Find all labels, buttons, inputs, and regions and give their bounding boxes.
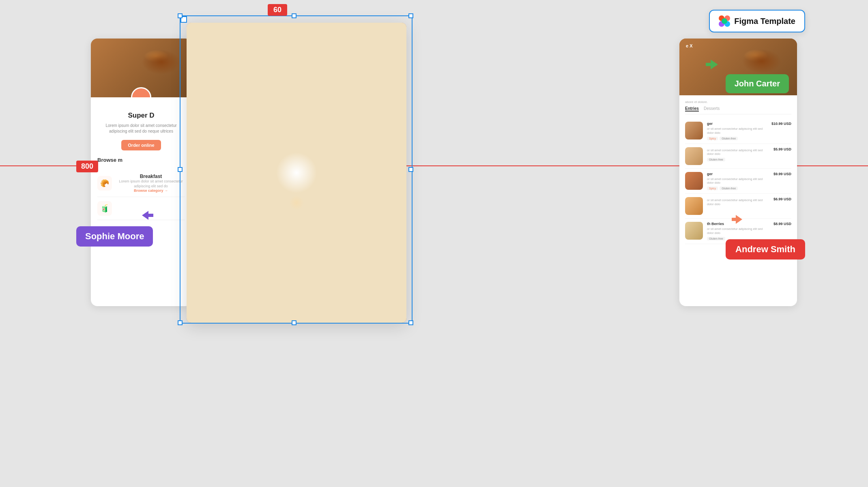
left-panel-header — [91, 39, 191, 97]
menu-item-img-3 — [685, 172, 703, 190]
figma-template-badge[interactable]: Figma Template — [709, 10, 805, 32]
founders-image — [196, 270, 233, 306]
svg-marker-7 — [732, 215, 742, 224]
tag-spicy-3: Spicy — [707, 187, 718, 190]
menu-item-price-1: $10.99 USD — [771, 122, 791, 126]
category-item-drinks: 🧃 — [97, 197, 185, 220]
category-item-breakfast: 🥐 Breakfast Lorem ipsum dolor sit amet c… — [97, 169, 185, 197]
founders-photo — [196, 270, 233, 306]
menu-item-price-5: $8.99 USD — [773, 222, 791, 226]
tag-gluten-2: Gluten-free — [707, 158, 725, 161]
menu-item-info-2: or sit amet consectetur adipiscing elit … — [707, 147, 769, 162]
menu-item-tags-1: Spicy Gluten-free — [707, 137, 767, 140]
tab-entries[interactable]: Entries — [685, 106, 699, 112]
center-phone: 🍽 QR Code X Our story started in San Fra… — [187, 23, 406, 323]
svg-marker-6 — [142, 211, 153, 220]
menu-item-name-1: ger — [707, 122, 767, 126]
menu-item-desc-1: or sit amet consectetur adipiscing elit … — [707, 127, 767, 135]
badge-sophie-moore: Sophie Moore — [76, 226, 153, 247]
svg-marker-5 — [706, 60, 718, 69]
category-name: Breakfast — [117, 174, 185, 179]
badge-john-carter: John Carter — [726, 74, 789, 93]
menu-item-tags-2: Gluten-free — [707, 158, 769, 161]
handle-corner-br[interactable] — [408, 320, 413, 325]
tag-spicy-1: Spicy — [707, 137, 718, 140]
handle-corner-tl[interactable] — [178, 13, 183, 18]
handle-mid-top[interactable] — [292, 13, 296, 18]
menu-item-3: ger or sit amet consectetur adipiscing e… — [685, 169, 791, 194]
menu-item-name-3: ger — [707, 172, 769, 176]
handle-corner-bl[interactable] — [178, 320, 183, 325]
badge-andrew-smith: Andrew Smith — [726, 239, 805, 260]
menu-item-img-4 — [685, 197, 703, 215]
menu-item-desc-2: or sit amet consectetur adipiscing elit … — [707, 148, 769, 157]
handle-mid-left[interactable] — [178, 167, 183, 172]
category-icon-drinks: 🧃 — [97, 201, 112, 216]
figma-icon — [719, 15, 730, 27]
right-panel-logo-text: e X — [686, 43, 693, 48]
left-panel-browse-label: Browse m — [97, 157, 185, 163]
founders-section: How our founders met Lorem ipsum dolor s… — [187, 260, 406, 316]
handle-corner-tr[interactable] — [408, 13, 413, 18]
menu-item-price-4: $6.99 USD — [773, 197, 791, 201]
figma-template-text: Figma Template — [734, 17, 795, 26]
handle-mid-right[interactable] — [408, 167, 413, 172]
svg-point-4 — [722, 18, 727, 24]
tag-gluten-5: Gluten-free — [707, 237, 725, 240]
category-link[interactable]: Browse category → — [117, 189, 185, 193]
menu-item-price-3: $9.99 USD — [773, 172, 791, 176]
menu-item-price-2: $5.99 USD — [773, 147, 791, 151]
left-panel-body: Super D Lorem ipsum dolor sit amet conse… — [91, 97, 191, 227]
left-panel-order-btn[interactable]: Order online — [121, 140, 161, 150]
tag-gluten-3: Gluten-free — [720, 187, 738, 190]
tab-bar: Entries Desserts — [685, 106, 791, 114]
menu-item-img-5 — [685, 222, 703, 240]
arrow-purple-icon — [142, 211, 153, 222]
left-panel-title: Super D — [97, 112, 185, 120]
menu-item-img-2 — [685, 147, 703, 165]
left-panel: Super D Lorem ipsum dolor sit amet conse… — [91, 39, 191, 306]
left-panel-description: Lorem ipsum dolor sit amet consectetur a… — [97, 123, 185, 134]
category-icon-breakfast: 🥐 — [97, 176, 112, 191]
tag-gluten-1: Gluten-free — [720, 137, 738, 140]
arrow-green-icon — [706, 59, 718, 72]
right-panel-desc-partial: abore et dolore. — [685, 100, 791, 104]
category-desc: Lorem ipsum dolor sit amet consectetur a… — [117, 179, 185, 189]
menu-item-info-4: or sit amet consectetur adipiscing elit … — [707, 197, 769, 206]
menu-item-tags-3: Spicy Gluten-free — [707, 187, 769, 190]
badge-800: 800 — [76, 161, 98, 172]
category-info-breakfast: Breakfast Lorem ipsum dolor sit amet con… — [117, 174, 185, 193]
menu-item-desc-5: or sit amet consectetur adipiscing elit … — [707, 227, 769, 235]
menu-item-1: ger or sit amet consectetur adipiscing e… — [685, 118, 791, 144]
canvas: 800 60 Super D Lorem ipsum dolor sit ame… — [0, 0, 868, 487]
badge-60: 60 — [268, 4, 287, 16]
tab-desserts[interactable]: Desserts — [704, 106, 720, 112]
menu-item-info-3: ger or sit amet consectetur adipiscing e… — [707, 172, 769, 191]
menu-item-info-1: ger or sit amet consectetur adipiscing e… — [707, 122, 767, 140]
handle-mid-bottom[interactable] — [292, 320, 296, 325]
right-panel-logo: e X — [686, 43, 693, 48]
menu-item-2: or sit amet consectetur adipiscing elit … — [685, 144, 791, 169]
menu-item-img-1 — [685, 122, 703, 139]
menu-item-desc-3: or sit amet consectetur adipiscing elit … — [707, 177, 769, 185]
menu-item-desc-4: or sit amet consectetur adipiscing elit … — [707, 198, 769, 206]
arrow-orange-icon — [732, 215, 742, 226]
